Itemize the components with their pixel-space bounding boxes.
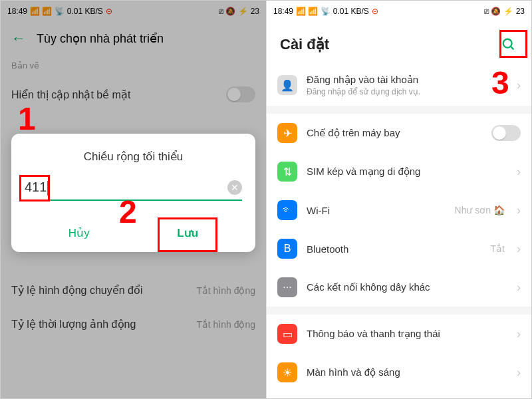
settings-row[interactable]: ☀Màn hình và độ sáng› xyxy=(267,353,531,392)
chevron-right-icon: › xyxy=(517,281,521,295)
settings-row[interactable]: ▭Thông báo và thanh trạng thái› xyxy=(267,315,531,353)
row-icon: ☀ xyxy=(277,362,297,382)
settings-row[interactable]: ✈Chế độ trên máy bay xyxy=(267,114,531,152)
chevron-right-icon: › xyxy=(517,78,521,92)
row-icon: ··· xyxy=(277,277,297,297)
highlight-box-2 xyxy=(158,217,217,252)
chevron-right-icon: › xyxy=(517,242,521,256)
settings-row[interactable]: ⇅SIM kép và mạng di động› xyxy=(267,152,531,191)
chevron-right-icon: › xyxy=(517,366,521,380)
clear-icon[interactable]: ✕ xyxy=(227,180,242,195)
row-icon: ✈ xyxy=(277,123,297,143)
settings-row[interactable]: ▢Kho ảnh màn hình chính và màn hình› xyxy=(267,392,531,398)
row-icon: B xyxy=(277,239,297,259)
settings-row[interactable]: ᯤWi-FiNhư sơn 🏠› xyxy=(267,191,531,229)
annotation-2: 2 xyxy=(119,194,137,230)
settings-row[interactable]: BBluetoothTắt› xyxy=(267,229,531,268)
settings-row[interactable]: ···Các kết nối không dây khác› xyxy=(267,268,531,307)
row-icon: ᯤ xyxy=(277,200,297,220)
highlight-box-1 xyxy=(19,175,50,201)
chevron-right-icon: › xyxy=(517,165,521,179)
cancel-button[interactable]: Hủy xyxy=(25,214,134,252)
annotation-1: 1 xyxy=(18,100,36,137)
chevron-right-icon: › xyxy=(517,327,521,341)
status-bar: 18:49 📶 📶 📡 0.01 KB/S ⊝ ⎚ 🔕 ⚡23 xyxy=(267,1,531,22)
dialog-title: Chiều rộng tối thiểu xyxy=(25,150,242,164)
row-icon: ⇅ xyxy=(277,162,297,182)
avatar-icon: 👤 xyxy=(277,75,297,95)
annotation-3: 3 xyxy=(491,65,509,101)
chevron-right-icon: › xyxy=(517,203,521,217)
highlight-box-3 xyxy=(499,30,527,58)
row-icon: ▭ xyxy=(277,324,297,344)
settings-header: Cài đặt xyxy=(267,22,531,65)
page-title: Cài đặt xyxy=(280,36,329,53)
toggle[interactable] xyxy=(491,125,521,141)
